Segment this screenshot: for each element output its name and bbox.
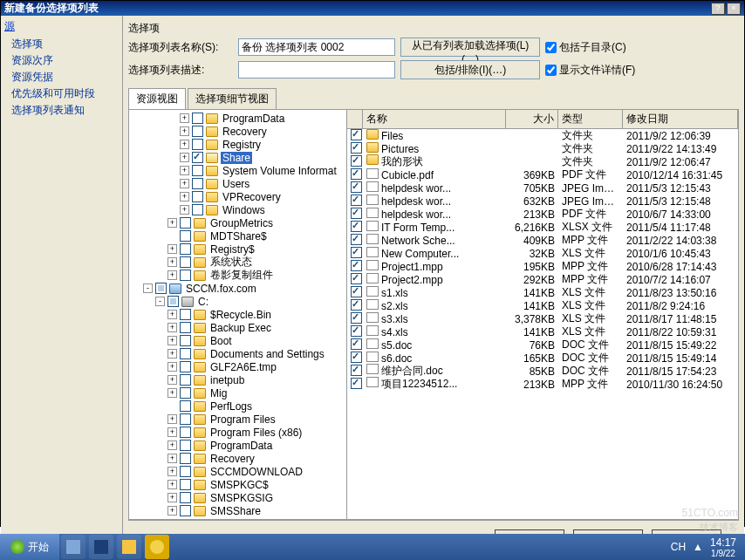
file-checkbox[interactable] xyxy=(351,155,362,167)
file-row[interactable]: s4.xls141KBXLS 文件2011/8/22 10:59:31 xyxy=(347,325,738,338)
tree-checkbox[interactable] xyxy=(180,374,191,386)
tree-node[interactable]: +SCCMDOWNLOAD xyxy=(131,465,345,478)
tree-checkbox[interactable] xyxy=(180,387,191,399)
tree-checkbox[interactable] xyxy=(180,492,191,503)
tree-node[interactable]: +VPRecovery xyxy=(131,190,345,203)
file-row[interactable]: helpdesk wor...705KBJPEG Image2011/5/3 1… xyxy=(347,181,738,195)
expand-toggle[interactable]: + xyxy=(167,362,177,372)
tree-checkbox[interactable] xyxy=(180,322,191,333)
tree-checkbox[interactable] xyxy=(192,191,203,202)
expand-toggle[interactable]: + xyxy=(167,506,177,516)
file-checkbox[interactable] xyxy=(351,234,362,245)
expand-toggle[interactable]: + xyxy=(180,153,189,162)
tree-node[interactable]: -SCCM.fox.com xyxy=(131,282,345,295)
tree-node[interactable]: +Documents and Settings xyxy=(131,347,345,360)
tray-icon[interactable]: ▲ xyxy=(693,541,703,553)
file-checkbox[interactable] xyxy=(351,129,362,140)
leftnav-item[interactable]: 资源凭据 xyxy=(4,69,119,85)
tree-node[interactable]: +GroupMetrics xyxy=(131,216,345,229)
file-checkbox[interactable] xyxy=(351,247,362,258)
show-file-details-checkbox[interactable]: 显示文件详情(F) xyxy=(545,63,635,78)
task-icon-server[interactable] xyxy=(61,535,85,559)
leftnav-item[interactable]: 选择项列表通知 xyxy=(4,102,119,119)
col-size[interactable]: 大小 xyxy=(506,110,558,128)
file-row[interactable]: helpdesk wor...213KBPDF 文件2010/6/7 14:33… xyxy=(347,208,738,221)
file-row[interactable]: 项目12234512...213KBMPP 文件2010/11/30 16:24… xyxy=(347,378,738,391)
tab-resource-view[interactable]: 资源视图 xyxy=(128,88,186,109)
tree-node[interactable]: -C: xyxy=(131,295,345,308)
tree-checkbox[interactable] xyxy=(180,348,191,359)
file-checkbox[interactable] xyxy=(351,325,362,337)
expand-toggle[interactable]: + xyxy=(167,257,177,267)
tree-checkbox[interactable] xyxy=(180,427,191,438)
tree-checkbox[interactable] xyxy=(180,466,191,477)
col-name[interactable]: 名称 xyxy=(363,110,506,128)
file-checkbox[interactable] xyxy=(351,365,362,376)
tree-checkbox[interactable] xyxy=(180,256,191,268)
file-checkbox[interactable] xyxy=(351,142,362,154)
tree-checkbox[interactable] xyxy=(192,113,203,124)
leftnav-item[interactable]: 优先级和可用时段 xyxy=(4,85,119,102)
tree-node[interactable]: +Share xyxy=(131,151,345,164)
clock-time[interactable]: 14:17 xyxy=(710,536,736,549)
file-checkbox[interactable] xyxy=(351,221,362,232)
tree-checkbox[interactable] xyxy=(192,165,203,176)
file-row[interactable]: s1.xls141KBXLS 文件2011/8/23 13:50:16 xyxy=(347,286,738,299)
tree-checkbox[interactable] xyxy=(180,217,191,229)
file-checkbox[interactable] xyxy=(351,168,362,180)
tree-panel[interactable]: +ProgramData+Recovery+Registry+Share+Sys… xyxy=(129,110,347,519)
expand-toggle[interactable]: + xyxy=(180,192,189,201)
tree-checkbox[interactable] xyxy=(180,440,191,451)
expand-toggle[interactable]: - xyxy=(143,283,153,293)
tree-checkbox[interactable] xyxy=(192,152,203,163)
tree-node[interactable]: +SMSPKGSIG xyxy=(131,491,345,504)
system-tray[interactable]: CH ▲ 14:17 1/9/22 xyxy=(671,536,745,558)
help-title-button[interactable]: ? xyxy=(711,3,725,15)
tree-node[interactable]: +Registry xyxy=(131,138,345,151)
tree-node[interactable]: PerfLogs xyxy=(131,400,345,413)
expand-toggle[interactable]: + xyxy=(180,179,189,188)
tree-node[interactable]: +ProgramData xyxy=(131,439,345,452)
file-checkbox[interactable] xyxy=(351,195,362,206)
tree-checkbox[interactable] xyxy=(180,479,191,490)
tree-checkbox[interactable] xyxy=(180,270,191,281)
tree-node[interactable]: +Recovery xyxy=(131,452,345,465)
expand-toggle[interactable]: + xyxy=(180,166,189,175)
tree-node[interactable]: +Mig xyxy=(131,386,345,400)
expand-toggle[interactable]: + xyxy=(167,336,177,345)
expand-toggle[interactable]: - xyxy=(155,297,165,306)
tree-checkbox[interactable] xyxy=(167,296,179,307)
tree-node[interactable]: +Boot xyxy=(131,334,345,347)
tree-checkbox[interactable] xyxy=(180,400,191,412)
tree-checkbox[interactable] xyxy=(180,413,191,425)
tree-checkbox[interactable] xyxy=(192,139,203,150)
include-subdirs-checkbox[interactable]: 包括子目录(C) xyxy=(545,40,626,55)
expand-toggle[interactable]: + xyxy=(167,440,177,450)
tree-node[interactable]: +Registry$ xyxy=(131,242,345,256)
load-from-list-button[interactable]: 从已有列表加载选择项(L)(…) xyxy=(400,38,540,57)
file-checkbox[interactable] xyxy=(351,273,362,284)
tree-node[interactable]: +SMSPKGC$ xyxy=(131,478,345,491)
expand-toggle[interactable]: + xyxy=(167,427,177,437)
file-checkbox[interactable] xyxy=(351,286,362,297)
file-checkbox[interactable] xyxy=(351,208,362,219)
expand-toggle[interactable]: + xyxy=(180,205,189,215)
tree-node[interactable]: +$Recycle.Bin xyxy=(131,308,345,321)
tree-node[interactable]: MDTShare$ xyxy=(131,229,345,242)
file-row[interactable]: Project1.mpp195KBMPP 文件2010/6/28 17:14:4… xyxy=(347,260,738,273)
file-checkbox[interactable] xyxy=(351,378,362,389)
tree-node[interactable]: +inetpub xyxy=(131,373,345,386)
leftnav-item[interactable]: 选择项 xyxy=(4,36,119,52)
file-checkbox[interactable] xyxy=(351,352,362,363)
start-button[interactable]: 开始 xyxy=(0,534,59,560)
file-row[interactable]: s3.xls3,378KBXLS 文件2011/8/17 11:48:15 xyxy=(347,312,738,325)
file-checkbox[interactable] xyxy=(351,312,362,324)
expand-toggle[interactable]: + xyxy=(167,323,177,332)
include-exclude-button[interactable]: 包括/排除(I)(…) xyxy=(400,60,540,79)
col-date[interactable]: 修改日期 xyxy=(623,110,738,128)
tree-node[interactable]: +ProgramData xyxy=(131,112,345,125)
task-icon-explorer[interactable] xyxy=(117,535,141,559)
task-icon-app[interactable] xyxy=(145,535,169,559)
leftnav-item[interactable]: 资源次序 xyxy=(4,52,119,69)
tree-node[interactable]: +Backup Exec xyxy=(131,321,345,334)
